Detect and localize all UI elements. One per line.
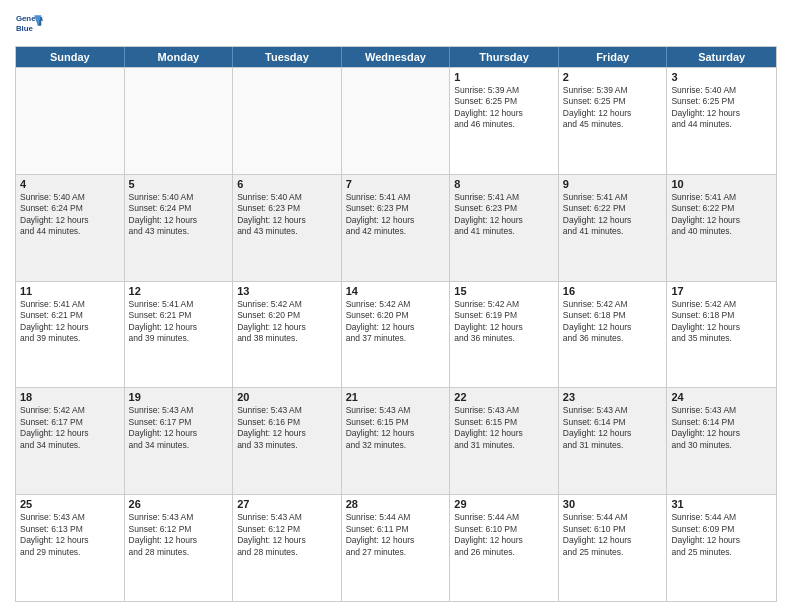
day-number: 12 (129, 285, 229, 297)
day-cell-15: 15Sunrise: 5:42 AM Sunset: 6:19 PM Dayli… (450, 282, 559, 388)
day-number: 21 (346, 391, 446, 403)
day-cell-27: 27Sunrise: 5:43 AM Sunset: 6:12 PM Dayli… (233, 495, 342, 601)
calendar-row-5: 25Sunrise: 5:43 AM Sunset: 6:13 PM Dayli… (16, 494, 776, 601)
day-number: 3 (671, 71, 772, 83)
day-cell-18: 18Sunrise: 5:42 AM Sunset: 6:17 PM Dayli… (16, 388, 125, 494)
day-cell-20: 20Sunrise: 5:43 AM Sunset: 6:16 PM Dayli… (233, 388, 342, 494)
day-cell-17: 17Sunrise: 5:42 AM Sunset: 6:18 PM Dayli… (667, 282, 776, 388)
cell-info: Sunrise: 5:41 AM Sunset: 6:22 PM Dayligh… (563, 192, 663, 238)
empty-cell (233, 68, 342, 174)
cell-info: Sunrise: 5:39 AM Sunset: 6:25 PM Dayligh… (454, 85, 554, 131)
cell-info: Sunrise: 5:41 AM Sunset: 6:22 PM Dayligh… (671, 192, 772, 238)
cell-info: Sunrise: 5:43 AM Sunset: 6:14 PM Dayligh… (671, 405, 772, 451)
cell-info: Sunrise: 5:43 AM Sunset: 6:16 PM Dayligh… (237, 405, 337, 451)
day-cell-5: 5Sunrise: 5:40 AM Sunset: 6:24 PM Daylig… (125, 175, 234, 281)
cell-info: Sunrise: 5:41 AM Sunset: 6:23 PM Dayligh… (454, 192, 554, 238)
day-cell-16: 16Sunrise: 5:42 AM Sunset: 6:18 PM Dayli… (559, 282, 668, 388)
cell-info: Sunrise: 5:39 AM Sunset: 6:25 PM Dayligh… (563, 85, 663, 131)
day-cell-11: 11Sunrise: 5:41 AM Sunset: 6:21 PM Dayli… (16, 282, 125, 388)
day-number: 22 (454, 391, 554, 403)
day-number: 11 (20, 285, 120, 297)
day-number: 25 (20, 498, 120, 510)
cell-info: Sunrise: 5:43 AM Sunset: 6:14 PM Dayligh… (563, 405, 663, 451)
day-cell-24: 24Sunrise: 5:43 AM Sunset: 6:14 PM Dayli… (667, 388, 776, 494)
day-number: 18 (20, 391, 120, 403)
cell-info: Sunrise: 5:44 AM Sunset: 6:10 PM Dayligh… (563, 512, 663, 558)
cell-info: Sunrise: 5:40 AM Sunset: 6:23 PM Dayligh… (237, 192, 337, 238)
day-cell-6: 6Sunrise: 5:40 AM Sunset: 6:23 PM Daylig… (233, 175, 342, 281)
day-number: 15 (454, 285, 554, 297)
day-cell-3: 3Sunrise: 5:40 AM Sunset: 6:25 PM Daylig… (667, 68, 776, 174)
day-number: 30 (563, 498, 663, 510)
day-number: 4 (20, 178, 120, 190)
empty-cell (16, 68, 125, 174)
day-cell-8: 8Sunrise: 5:41 AM Sunset: 6:23 PM Daylig… (450, 175, 559, 281)
day-number: 19 (129, 391, 229, 403)
day-number: 6 (237, 178, 337, 190)
day-number: 31 (671, 498, 772, 510)
logo: GeneralBlue (15, 10, 43, 38)
cell-info: Sunrise: 5:44 AM Sunset: 6:11 PM Dayligh… (346, 512, 446, 558)
calendar-row-3: 11Sunrise: 5:41 AM Sunset: 6:21 PM Dayli… (16, 281, 776, 388)
day-cell-21: 21Sunrise: 5:43 AM Sunset: 6:15 PM Dayli… (342, 388, 451, 494)
cell-info: Sunrise: 5:43 AM Sunset: 6:15 PM Dayligh… (346, 405, 446, 451)
day-number: 13 (237, 285, 337, 297)
day-number: 23 (563, 391, 663, 403)
cell-info: Sunrise: 5:42 AM Sunset: 6:18 PM Dayligh… (671, 299, 772, 345)
day-cell-4: 4Sunrise: 5:40 AM Sunset: 6:24 PM Daylig… (16, 175, 125, 281)
day-cell-2: 2Sunrise: 5:39 AM Sunset: 6:25 PM Daylig… (559, 68, 668, 174)
logo-icon: GeneralBlue (15, 10, 43, 38)
cell-info: Sunrise: 5:43 AM Sunset: 6:15 PM Dayligh… (454, 405, 554, 451)
day-cell-26: 26Sunrise: 5:43 AM Sunset: 6:12 PM Dayli… (125, 495, 234, 601)
cell-info: Sunrise: 5:42 AM Sunset: 6:18 PM Dayligh… (563, 299, 663, 345)
calendar-row-2: 4Sunrise: 5:40 AM Sunset: 6:24 PM Daylig… (16, 174, 776, 281)
day-header-wednesday: Wednesday (342, 47, 451, 67)
cell-info: Sunrise: 5:40 AM Sunset: 6:25 PM Dayligh… (671, 85, 772, 131)
day-header-saturday: Saturday (667, 47, 776, 67)
day-cell-25: 25Sunrise: 5:43 AM Sunset: 6:13 PM Dayli… (16, 495, 125, 601)
day-number: 28 (346, 498, 446, 510)
cell-info: Sunrise: 5:42 AM Sunset: 6:17 PM Dayligh… (20, 405, 120, 451)
day-number: 14 (346, 285, 446, 297)
day-number: 24 (671, 391, 772, 403)
day-number: 29 (454, 498, 554, 510)
day-cell-10: 10Sunrise: 5:41 AM Sunset: 6:22 PM Dayli… (667, 175, 776, 281)
cell-info: Sunrise: 5:43 AM Sunset: 6:17 PM Dayligh… (129, 405, 229, 451)
day-header-monday: Monday (125, 47, 234, 67)
day-number: 2 (563, 71, 663, 83)
calendar-body: 1Sunrise: 5:39 AM Sunset: 6:25 PM Daylig… (16, 67, 776, 601)
day-number: 1 (454, 71, 554, 83)
day-header-tuesday: Tuesday (233, 47, 342, 67)
day-cell-9: 9Sunrise: 5:41 AM Sunset: 6:22 PM Daylig… (559, 175, 668, 281)
cell-info: Sunrise: 5:41 AM Sunset: 6:23 PM Dayligh… (346, 192, 446, 238)
day-number: 7 (346, 178, 446, 190)
day-number: 8 (454, 178, 554, 190)
day-number: 16 (563, 285, 663, 297)
day-number: 26 (129, 498, 229, 510)
day-number: 17 (671, 285, 772, 297)
day-cell-31: 31Sunrise: 5:44 AM Sunset: 6:09 PM Dayli… (667, 495, 776, 601)
cell-info: Sunrise: 5:43 AM Sunset: 6:12 PM Dayligh… (237, 512, 337, 558)
empty-cell (125, 68, 234, 174)
day-cell-29: 29Sunrise: 5:44 AM Sunset: 6:10 PM Dayli… (450, 495, 559, 601)
cell-info: Sunrise: 5:42 AM Sunset: 6:20 PM Dayligh… (237, 299, 337, 345)
calendar-row-4: 18Sunrise: 5:42 AM Sunset: 6:17 PM Dayli… (16, 387, 776, 494)
day-number: 20 (237, 391, 337, 403)
day-header-sunday: Sunday (16, 47, 125, 67)
calendar-header: SundayMondayTuesdayWednesdayThursdayFrid… (16, 47, 776, 67)
cell-info: Sunrise: 5:41 AM Sunset: 6:21 PM Dayligh… (129, 299, 229, 345)
cell-info: Sunrise: 5:43 AM Sunset: 6:12 PM Dayligh… (129, 512, 229, 558)
day-cell-1: 1Sunrise: 5:39 AM Sunset: 6:25 PM Daylig… (450, 68, 559, 174)
day-cell-7: 7Sunrise: 5:41 AM Sunset: 6:23 PM Daylig… (342, 175, 451, 281)
day-cell-14: 14Sunrise: 5:42 AM Sunset: 6:20 PM Dayli… (342, 282, 451, 388)
page: GeneralBlue SundayMondayTuesdayWednesday… (0, 0, 792, 612)
day-cell-12: 12Sunrise: 5:41 AM Sunset: 6:21 PM Dayli… (125, 282, 234, 388)
empty-cell (342, 68, 451, 174)
day-cell-23: 23Sunrise: 5:43 AM Sunset: 6:14 PM Dayli… (559, 388, 668, 494)
day-number: 5 (129, 178, 229, 190)
day-cell-28: 28Sunrise: 5:44 AM Sunset: 6:11 PM Dayli… (342, 495, 451, 601)
header: GeneralBlue (15, 10, 777, 38)
cell-info: Sunrise: 5:40 AM Sunset: 6:24 PM Dayligh… (20, 192, 120, 238)
cell-info: Sunrise: 5:40 AM Sunset: 6:24 PM Dayligh… (129, 192, 229, 238)
calendar-row-1: 1Sunrise: 5:39 AM Sunset: 6:25 PM Daylig… (16, 67, 776, 174)
